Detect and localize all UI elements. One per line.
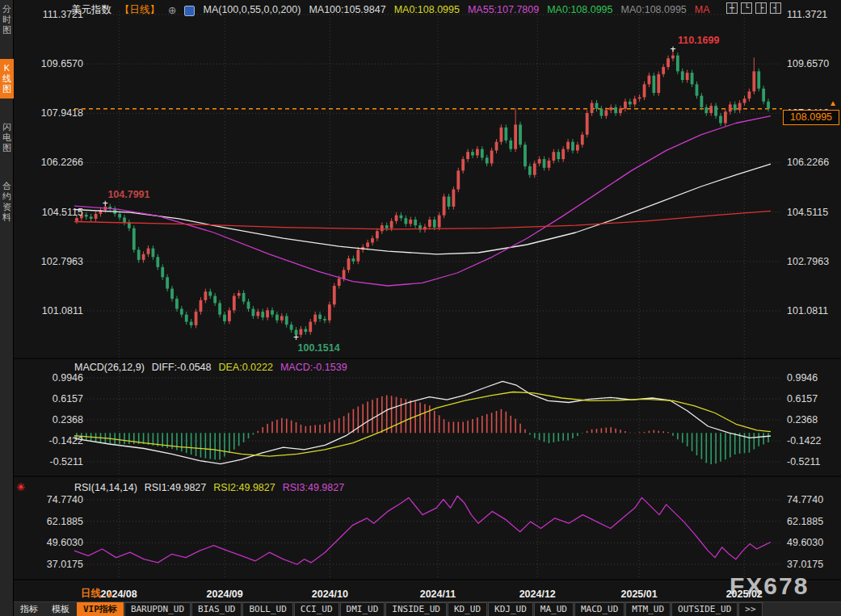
period-label: 日线	[81, 588, 101, 599]
macd-row-item-0: MACD(26,12,9)	[74, 362, 145, 373]
macd-row-item-1: DIFF:-0.0548	[152, 362, 212, 373]
footer-tab-6[interactable]: CCI_UD	[294, 602, 339, 616]
footer-tab-12[interactable]: MACD_UD	[574, 602, 624, 616]
footer-tab-4[interactable]: BIAS_UD	[191, 602, 242, 616]
footer-tab-8[interactable]: INSIDE_UD	[385, 602, 447, 616]
rsi-line	[74, 496, 771, 564]
price-annotation: 104.7991	[107, 189, 149, 200]
axis-label: 0.2368	[53, 414, 83, 425]
header-item-3: MA(100,0,55,0,0,200)	[203, 4, 301, 15]
footer-tab-0[interactable]: 指标	[14, 602, 44, 616]
axis-label: 49.6030	[47, 537, 83, 548]
rsi-row-item-1: RSI1:49.9827	[145, 482, 206, 493]
axis-label: 102.7963	[41, 256, 83, 267]
price-annotation: 110.1699	[678, 35, 719, 46]
axis-label: 0.2368	[787, 414, 818, 425]
axis-label: 0.9946	[53, 372, 83, 383]
footer-tab-5[interactable]: BOLL_UD	[242, 602, 292, 616]
sidebar-tab-0[interactable]: 分时图	[0, 0, 14, 40]
axis-label: 104.5115	[42, 207, 83, 218]
trading-terminal: 分时图K线图闪电图合约资料 美元指数【日线】⊕MA(100,0,55,0,0,2…	[0, 0, 841, 616]
date-label: 2024/10	[312, 589, 348, 600]
macd-dea-line	[74, 392, 771, 457]
macd-indicator-row: MACD(26,12,9)DIFF:-0.0548DEA:0.0222MACD:…	[74, 362, 347, 373]
macd-diff-line	[74, 381, 771, 463]
footer-tab-11[interactable]: MA_UD	[534, 602, 574, 616]
chart-style-icon[interactable]	[184, 6, 195, 16]
axis-label: 37.0175	[787, 559, 823, 570]
period-selector[interactable]: 日线▲	[81, 587, 114, 601]
header-item-7: MA0:108.0995	[547, 4, 612, 15]
axis-label: 106.2266	[787, 157, 829, 168]
footer-tab-13[interactable]: MTM_UD	[625, 602, 671, 616]
rsi-indicator-row: RSI(14,14,14)RSI1:49.9827RSI2:49.9827RSI…	[74, 482, 344, 493]
footer-tab-9[interactable]: KD_UD	[448, 602, 487, 616]
date-label: 2024/09	[207, 589, 243, 600]
footer-tab-3[interactable]: BARUPDN_UD	[124, 602, 191, 616]
candles-layer	[75, 49, 770, 337]
sidebar-tab-2[interactable]: 闪电图	[0, 118, 14, 157]
axis-label: 62.1885	[47, 516, 83, 527]
ma-line-MA200	[74, 211, 771, 229]
axis-label: 62.1885	[787, 516, 823, 527]
date-label: 2024/11	[420, 589, 456, 600]
axis-label: 109.6570	[41, 58, 83, 69]
axis-label: 101.0811	[42, 305, 83, 316]
axis-label: -0.1422	[49, 435, 83, 446]
axis-label: 0.9946	[787, 372, 818, 383]
last-price-tag: 108.0995	[783, 110, 839, 125]
axis-label: 107.9418	[41, 107, 83, 119]
header-item-1: 【日线】	[120, 3, 160, 17]
extreme-marker-icon: +	[293, 332, 299, 343]
left-sidebar: 分时图K线图闪电图合约资料	[0, 0, 14, 616]
price-up-arrow-icon: ▲	[829, 98, 837, 107]
axis-label: 109.6570	[787, 58, 829, 69]
pane-right-axis-icon[interactable]: ┤	[770, 2, 781, 14]
price-annotation: 100.1514	[298, 342, 340, 354]
indicator-layer	[74, 381, 771, 564]
date-label: 2024/12	[519, 589, 556, 600]
pane-scale-icon[interactable]: └	[741, 2, 752, 14]
crosshair-icon[interactable]: ┼	[726, 2, 738, 14]
rsi-row-item-2: RSI2:49.9827	[213, 482, 275, 493]
date-label: 2025/01	[620, 589, 657, 600]
axis-label: 102.7963	[787, 256, 829, 267]
add-overlay-icon[interactable]: ⊕	[168, 4, 176, 16]
rsi-settings-icon[interactable]: ☀	[16, 481, 26, 493]
header-item-8: MA0:108.0995	[621, 4, 687, 15]
axis-label: 106.2266	[41, 157, 83, 168]
sidebar-tab-1[interactable]: K线图	[0, 59, 14, 98]
extreme-marker-icon: +	[670, 44, 675, 55]
macd-row-item-3: MACD:-0.1539	[280, 362, 347, 373]
header-item-6: MA55:107.7809	[468, 4, 539, 15]
rsi-row-item-0: RSI(14,14,14)	[74, 482, 137, 493]
header-item-9: MA	[695, 4, 710, 15]
pane-left-axis-icon[interactable]: ├	[755, 2, 767, 14]
axis-label: 74.7740	[787, 494, 823, 505]
chart-header: 美元指数【日线】⊕MA(100,0,55,0,0,200)MA100:105.9…	[71, 2, 710, 17]
axis-label: -0.1422	[787, 435, 821, 446]
header-item-0: 美元指数	[71, 3, 111, 17]
sidebar-tab-3[interactable]: 合约资料	[0, 177, 14, 227]
footer-tab-14[interactable]: OUTSIDE_UD	[671, 602, 738, 616]
axis-label: 104.5115	[787, 207, 828, 218]
footer-tab-1[interactable]: 模板	[45, 602, 76, 616]
axis-label: 111.3721	[787, 9, 827, 20]
footer-tab-2[interactable]: VIP指标	[77, 602, 124, 616]
axis-label: 101.0811	[787, 305, 828, 316]
grid-layer	[14, 11, 841, 580]
chart-toolbar: ┼└├┤	[726, 2, 781, 14]
period-up-arrow-icon: ▲	[106, 589, 114, 598]
header-item-4: MA100:105.9847	[309, 4, 385, 15]
ma-lines-layer	[74, 116, 771, 286]
chart-canvas[interactable]: 111.3721111.3721109.6570109.6570107.9418…	[0, 0, 841, 616]
footer-tab-15[interactable]: >>	[738, 602, 762, 616]
header-item-5: MA0:108.0995	[394, 4, 460, 15]
macd-row-item-2: DEA:0.0222	[218, 362, 272, 373]
footer-tab-10[interactable]: KDJ_UD	[488, 602, 533, 616]
rsi-row-item-3: RSI3:49.9827	[283, 482, 344, 493]
axis-label: 74.7740	[47, 494, 83, 505]
axis-label: 37.0175	[47, 559, 83, 570]
ma-line-MA100	[74, 164, 771, 254]
footer-tab-7[interactable]: DMI_UD	[340, 602, 385, 616]
